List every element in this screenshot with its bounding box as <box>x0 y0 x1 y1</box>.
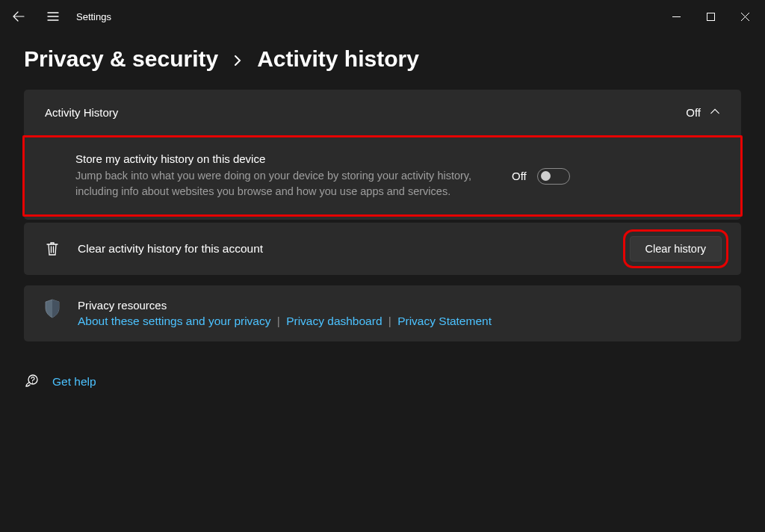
link-about-privacy[interactable]: About these settings and your privacy <box>78 315 270 327</box>
resources-title: Privacy resources <box>78 299 722 312</box>
clear-history-label: Clear activity history for this account <box>78 242 615 256</box>
close-button[interactable] <box>728 4 762 28</box>
close-icon <box>741 13 749 21</box>
maximize-button[interactable] <box>693 4 728 28</box>
link-privacy-dashboard[interactable]: Privacy dashboard <box>286 315 382 327</box>
clear-history-row: Clear activity history for this account … <box>24 223 741 275</box>
trash-icon <box>42 241 63 257</box>
activity-history-expander[interactable]: Activity History Off <box>24 90 741 135</box>
help-icon <box>24 373 39 391</box>
activity-history-panel: Activity History Off Store my activity h… <box>24 90 741 220</box>
toggle-knob <box>541 171 551 181</box>
chevron-right-icon <box>232 46 244 72</box>
back-button[interactable] <box>3 1 34 31</box>
link-privacy-statement[interactable]: Privacy Statement <box>397 315 492 327</box>
breadcrumb: Privacy & security Activity history <box>24 46 741 72</box>
window-controls <box>659 4 762 28</box>
title-bar: Settings <box>0 0 765 33</box>
get-help-link[interactable]: Get help <box>0 373 765 391</box>
minimize-button[interactable] <box>659 4 693 28</box>
arrow-left-icon <box>13 10 25 22</box>
link-separator: | <box>388 315 391 327</box>
menu-button[interactable] <box>37 1 69 31</box>
get-help-label: Get help <box>52 375 96 389</box>
store-activity-toggle[interactable] <box>537 168 570 185</box>
shield-icon <box>42 299 63 328</box>
chevron-up-icon <box>710 106 720 119</box>
svg-rect-0 <box>707 13 714 20</box>
minimize-icon <box>672 13 681 21</box>
toggle-label: Off <box>512 170 527 182</box>
app-title: Settings <box>76 11 111 22</box>
setting-title: Store my activity history on this device <box>75 152 494 165</box>
breadcrumb-current: Activity history <box>257 46 419 72</box>
panel-status: Off <box>686 106 701 119</box>
maximize-icon <box>707 13 715 21</box>
setting-description: Jump back into what you were doing on yo… <box>75 168 494 200</box>
clear-history-button[interactable]: Clear history <box>630 236 722 262</box>
page-header: Privacy & security Activity history <box>0 33 765 90</box>
store-activity-setting: Store my activity history on this device… <box>22 135 743 217</box>
link-separator: | <box>277 315 280 327</box>
privacy-resources-panel: Privacy resources About these settings a… <box>24 285 741 341</box>
hamburger-icon <box>47 10 59 22</box>
panel-title: Activity History <box>45 106 118 119</box>
breadcrumb-parent[interactable]: Privacy & security <box>24 46 218 72</box>
